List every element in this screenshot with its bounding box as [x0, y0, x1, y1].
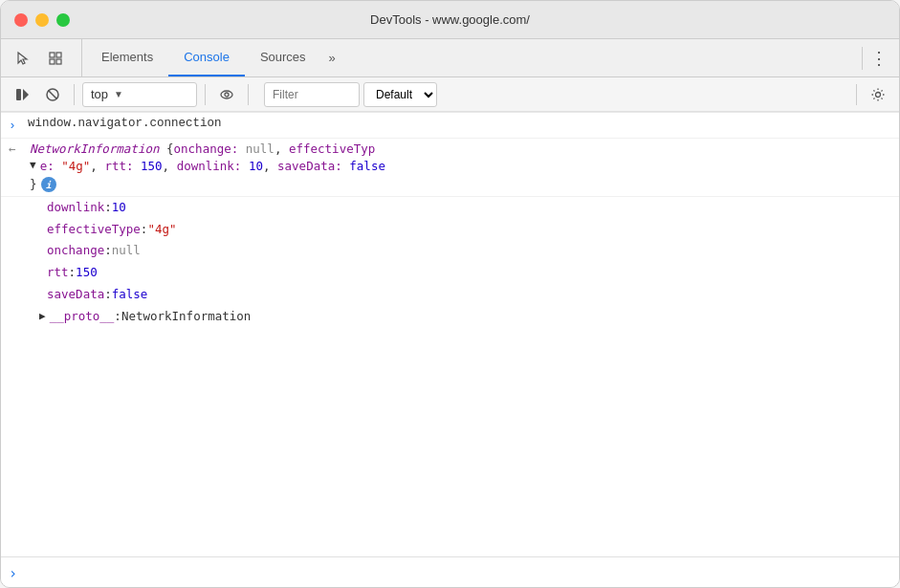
- output-line-2: ▼ e: "4g", rtt: 150, downlink: 10, saveD…: [9, 158, 385, 176]
- toolbar-divider: [74, 84, 75, 105]
- ban-button[interactable]: [39, 81, 66, 108]
- output-line-1: ← NetworkInformation {onchange: null, ef…: [9, 141, 375, 159]
- eye-icon-button[interactable]: [213, 81, 240, 108]
- minimize-button[interactable]: [35, 13, 49, 27]
- filter-section: Default: [264, 82, 848, 107]
- prop-onchange: onchange: null: [1, 240, 899, 262]
- tab-console[interactable]: Console: [168, 39, 245, 76]
- console-input[interactable]: [25, 566, 891, 580]
- right-arrow-icon: ›: [9, 117, 24, 136]
- prop-effectiveType: effectiveType: "4g": [1, 219, 899, 241]
- svg-rect-2: [50, 59, 55, 64]
- prop-downlink: downlink: 10: [1, 197, 899, 219]
- svg-point-8: [221, 91, 232, 98]
- triangle-down-icon[interactable]: ▼: [30, 158, 36, 174]
- maximize-button[interactable]: [56, 13, 70, 27]
- console-output-entry: ← NetworkInformation {onchange: null, ef…: [1, 139, 899, 197]
- left-arrow-icon: ←: [9, 141, 24, 159]
- filter-input[interactable]: [264, 82, 360, 107]
- prop-saveData: saveData: false: [1, 284, 899, 306]
- svg-point-10: [876, 92, 881, 97]
- title-bar: DevTools - www.google.com/: [1, 1, 899, 39]
- window-title: DevTools - www.google.com/: [370, 12, 530, 27]
- svg-rect-0: [50, 53, 55, 57]
- console-settings-button[interactable]: [865, 81, 891, 108]
- devtools-menu-button[interactable]: ⋮: [867, 44, 891, 73]
- svg-rect-3: [56, 59, 61, 64]
- triangle-right-icon[interactable]: ▶: [39, 309, 46, 325]
- chevron-down-icon: ▼: [114, 89, 123, 99]
- toolbar-divider-2: [205, 84, 206, 105]
- clear-log-button[interactable]: [9, 81, 35, 108]
- more-tabs-button[interactable]: »: [321, 39, 343, 76]
- tabs-container: Elements Console Sources »: [86, 39, 343, 76]
- close-button[interactable]: [14, 13, 28, 27]
- tab-bar: Elements Console Sources » ⋮: [1, 39, 899, 77]
- toolbar-divider-4: [856, 84, 857, 105]
- tab-bar-left-controls: [9, 39, 82, 76]
- svg-point-9: [225, 93, 229, 97]
- tab-bar-right: ⋮: [858, 39, 891, 76]
- svg-line-7: [49, 90, 57, 98]
- toolbar-divider-3: [248, 84, 249, 105]
- log-level-selector[interactable]: Default: [363, 82, 437, 107]
- context-label: top: [91, 87, 108, 101]
- proto-row: ▶ __proto__: NetworkInformation: [1, 306, 899, 328]
- tab-sources[interactable]: Sources: [245, 39, 321, 76]
- inspect-icon-button[interactable]: [41, 44, 70, 73]
- console-command: window.navigator.connection: [28, 115, 891, 133]
- console-input-entry: › window.navigator.connection: [1, 112, 899, 139]
- console-output: › window.navigator.connection ← NetworkI…: [1, 112, 899, 556]
- bottom-caret-icon: ›: [9, 565, 17, 582]
- cursor-icon-button[interactable]: [9, 44, 37, 73]
- divider: [862, 47, 863, 70]
- svg-marker-5: [23, 89, 29, 100]
- window-controls[interactable]: [14, 13, 70, 27]
- console-toolbar: top ▼ Default: [1, 77, 899, 112]
- prop-rtt: rtt: 150: [1, 262, 899, 284]
- console-bottom-row: ›: [1, 556, 899, 588]
- info-badge[interactable]: i: [41, 177, 56, 192]
- output-line-3: } i: [9, 176, 56, 194]
- tab-elements[interactable]: Elements: [86, 39, 168, 76]
- context-selector[interactable]: top ▼: [82, 82, 197, 107]
- svg-rect-1: [56, 53, 61, 57]
- svg-rect-4: [16, 89, 21, 100]
